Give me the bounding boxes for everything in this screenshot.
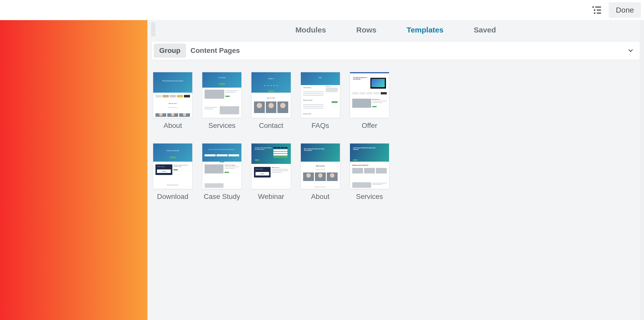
template-card-webinar[interactable]: Heading mauris blandit aliquet elit, ege… [251,143,291,201]
template-thumb: FAQs General FAQs Quick links Wholesale … [301,72,340,118]
outline-button[interactable] [591,4,604,17]
template-label: Case Study [204,193,240,201]
panel-drag-handle[interactable] [151,23,155,37]
group-filter[interactable]: Group Content Pages [151,41,640,60]
tab-saved[interactable]: Saved [474,26,496,34]
template-card-case-study[interactable]: How we increased conversions 300% for Di… [202,143,242,201]
group-filter-label[interactable]: Group [154,44,186,58]
template-label: Webinar [258,193,284,201]
template-label: About [311,193,330,201]
svg-point-0 [592,6,594,8]
template-label: About [164,122,182,130]
templates-grid: We're passionate about your success Meet… [152,72,389,201]
template-label: Services [356,193,383,201]
svg-rect-3 [597,10,601,11]
chevron-down-icon[interactable] [628,48,634,54]
template-thumb: Our services [202,72,242,118]
template-card-about[interactable]: We're passionate about your success Meet… [153,72,192,130]
panel-tabs: Modules Rows Templates Saved [147,20,644,41]
template-card-faqs[interactable]: FAQs General FAQs Quick links Wholesale … [301,72,340,130]
template-card-services-2[interactable]: Lorem mauris blandit elit aliquet eget t… [350,143,389,201]
template-thumb: Access your download Verify to continue … [153,143,192,189]
template-thumb: Lorem mauris blandit elit aliquet eget t… [350,143,389,189]
template-thumb: How we increased conversions 300% for Di… [202,143,242,189]
templates-scroll[interactable]: We're passionate about your success Meet… [147,60,644,320]
template-label: Services [208,122,235,130]
template-label: FAQs [311,122,329,130]
tab-rows[interactable]: Rows [356,26,376,34]
template-card-offer[interactable]: Our latest product for a one-time fee Ma… [350,72,389,130]
svg-rect-5 [597,13,601,14]
group-filter-value: Content Pages [190,47,623,55]
template-thumb: Heading mauris blandit aliquet elit, ege… [251,143,291,189]
outline-icon [592,6,602,14]
template-card-about-2[interactable]: We're passionate about one thing… Your s… [301,143,340,201]
tab-modules[interactable]: Modules [295,26,326,34]
template-thumb: Our latest product for a one-time fee Ma… [350,72,389,118]
svg-point-4 [594,12,595,14]
template-thumb: We're passionate about one thing… Your s… [301,143,340,189]
template-label: Download [157,193,188,201]
svg-point-2 [594,9,595,11]
main: Modules Rows Templates Saved Group Conte… [0,20,644,320]
template-thumb: Contact us ★ ★ ★ ★ ★ Meet our team [251,72,291,118]
template-card-services[interactable]: Our services [202,72,242,130]
editor-canvas[interactable] [0,20,147,320]
template-thumb: We're passionate about your success Meet… [153,72,192,118]
content-panel: Modules Rows Templates Saved Group Conte… [147,20,644,320]
svg-rect-1 [595,7,601,8]
tab-templates[interactable]: Templates [407,26,443,34]
topbar: Done [0,0,644,20]
template-card-contact[interactable]: Contact us ★ ★ ★ ★ ★ Meet our team Conta… [251,72,291,130]
panel-scrollbar[interactable] [640,20,644,320]
template-card-download[interactable]: Access your download Verify to continue … [153,143,192,201]
template-label: Offer [362,122,377,130]
template-label: Contact [259,122,283,130]
done-button[interactable]: Done [609,2,641,18]
